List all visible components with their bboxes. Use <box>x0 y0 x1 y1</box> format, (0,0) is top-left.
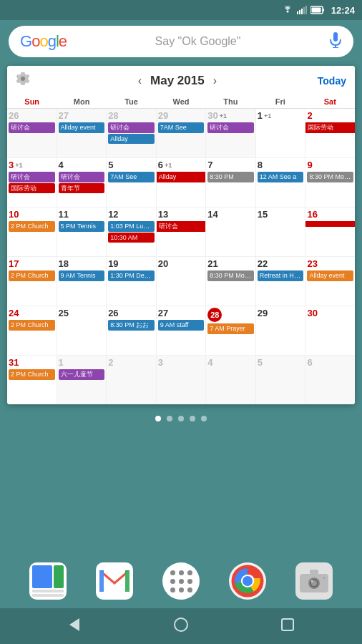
event[interactable]: Allday <box>157 172 206 182</box>
cal-cell-may21[interactable]: 21 8:30 PM Movie <box>206 257 255 306</box>
event[interactable]: 7 AM Prayer <box>207 323 254 334</box>
cal-cell-may20[interactable]: 20 <box>157 257 206 306</box>
cal-cell-may11[interactable]: 11 5 PM Tennis <box>57 208 107 256</box>
event[interactable]: 研讨会 <box>59 172 105 182</box>
event[interactable]: 8:30 PM Movie <box>207 270 254 281</box>
day-num: 5 <box>258 357 304 368</box>
cal-cell-may29[interactable]: 29 <box>256 306 305 355</box>
event[interactable]: 1:30 PM Dentist <box>108 270 155 281</box>
event[interactable]: 青年节 <box>59 183 105 194</box>
cal-cell-may28[interactable]: 28 7 AM Prayer <box>206 306 255 355</box>
event[interactable]: 8:30 PM おお <box>108 320 155 331</box>
day-num: 21 <box>207 258 254 269</box>
cal-cell-may26[interactable]: 26 8:30 PM おお <box>107 306 156 355</box>
event[interactable]: Retreat in Hawaii <box>258 270 304 281</box>
event[interactable]: 2 PM Church <box>9 369 55 380</box>
event[interactable]: 研讨会 <box>157 221 206 232</box>
day-header-mon: Mon <box>57 95 106 108</box>
next-month-btn[interactable]: › <box>213 74 217 87</box>
cal-cell-jun6[interactable]: 6 <box>305 356 355 404</box>
search-bar[interactable]: Google Say "Ok Google" <box>9 26 353 57</box>
event[interactable]: 8:30 PM Movie <box>307 172 353 182</box>
cal-cell-may31[interactable]: 31 2 PM Church <box>7 356 57 404</box>
calendar-widget: ‹ May 2015 › Today Sun Mon Tue Wed Thu F… <box>7 66 355 404</box>
event[interactable]: 研讨会 <box>9 172 55 182</box>
cal-cell-may10[interactable]: 10 2 PM Church <box>7 208 57 256</box>
cal-cell-jun4[interactable]: 4 <box>206 356 255 404</box>
cal-cell-may12[interactable]: 12 1:03 PM Lunch w/ 10:30 AM <box>107 208 156 256</box>
cal-cell-may24[interactable]: 24 2 PM Church <box>7 306 57 355</box>
cal-cell-may18[interactable]: 18 9 AM Tennis <box>57 257 107 306</box>
svg-rect-1 <box>299 10 300 14</box>
event[interactable]: 2 PM Church <box>9 320 55 331</box>
cal-cell-may9[interactable]: 9 8:30 PM Movie <box>305 158 355 207</box>
cal-cell-apr26[interactable]: 26 研讨会 <box>7 109 57 157</box>
event[interactable]: 12 AM See a <box>258 172 304 182</box>
news-app-icon[interactable] <box>28 561 68 601</box>
day-num: 22 <box>258 258 304 269</box>
recents-button[interactable] <box>280 617 295 636</box>
event[interactable]: 国际劳动 <box>9 183 55 194</box>
cal-cell-apr28[interactable]: 28 研讨会 Allday <box>107 109 156 157</box>
search-placeholder[interactable]: Say "Ok Google" <box>67 35 329 48</box>
cal-cell-may6[interactable]: 6 +1 Allday <box>157 158 206 207</box>
cal-cell-may30[interactable]: 30 <box>305 306 355 355</box>
event[interactable]: Allday event <box>59 122 105 133</box>
cal-cell-may1[interactable]: 1 +1 <box>256 109 305 157</box>
app-launcher-icon[interactable] <box>161 561 201 601</box>
cal-cell-apr27[interactable]: 27 Allday event <box>57 109 107 157</box>
cal-cell-may13[interactable]: 13 研讨会 <box>157 208 206 256</box>
cal-cell-apr29[interactable]: 29 7AM See <box>157 109 206 157</box>
event[interactable]: 8:30 PM <box>207 172 254 182</box>
cal-cell-may15[interactable]: 15 <box>256 208 305 256</box>
cal-cell-may7[interactable]: 7 8:30 PM <box>206 158 255 207</box>
cal-cell-may16[interactable]: 16 <box>305 208 355 256</box>
event[interactable]: 9 AM staff <box>158 320 205 331</box>
cal-cell-may3[interactable]: 3 +1 研讨会 国际劳动 <box>7 158 57 207</box>
cal-cell-may22[interactable]: 22 Retreat in Hawaii <box>256 257 305 306</box>
camera-app-icon[interactable] <box>294 561 334 601</box>
event[interactable]: 研讨会 <box>108 122 155 133</box>
cal-cell-jun5[interactable]: 5 <box>256 356 305 404</box>
cal-cell-may4[interactable]: 4 研讨会 青年节 <box>57 158 107 207</box>
day-num: 5 <box>108 160 155 170</box>
event[interactable]: 六一儿童节 <box>59 369 105 380</box>
mic-icon[interactable] <box>329 32 342 52</box>
cal-cell-may14[interactable]: 14 <box>206 208 255 256</box>
event[interactable]: 研讨会 <box>207 122 254 133</box>
prev-month-btn[interactable]: ‹ <box>138 74 142 87</box>
event[interactable]: 7AM See <box>158 122 205 133</box>
cal-cell-may8[interactable]: 8 12 AM See a <box>256 158 305 207</box>
cal-cell-may5[interactable]: 5 7AM See <box>107 158 156 207</box>
event[interactable]: 2 PM Church <box>9 221 55 232</box>
event[interactable]: 研讨会 <box>9 122 55 133</box>
chrome-app-icon[interactable] <box>228 561 268 601</box>
gmail-app-icon[interactable] <box>94 561 134 601</box>
event[interactable]: 国际劳动 <box>305 122 355 133</box>
cal-cell-may27[interactable]: 27 9 AM staff <box>157 306 206 355</box>
event[interactable]: 10:30 AM <box>108 233 155 243</box>
event[interactable]: Allday event <box>307 270 353 281</box>
today-button[interactable]: Today <box>318 75 346 87</box>
day-num: 31 <box>9 357 55 368</box>
back-button[interactable] <box>67 617 82 636</box>
home-button[interactable] <box>173 617 189 636</box>
svg-rect-2 <box>301 9 303 14</box>
cal-cell-may25[interactable]: 25 <box>57 306 107 355</box>
event[interactable]: 5 PM Tennis <box>59 221 105 232</box>
cal-cell-jun1[interactable]: 1 六一儿童节 <box>57 356 107 404</box>
event[interactable] <box>305 221 355 227</box>
event[interactable]: 7AM See <box>108 172 155 182</box>
event[interactable]: Allday <box>108 134 155 145</box>
cal-cell-jun3[interactable]: 3 <box>157 356 206 404</box>
cal-cell-may23[interactable]: 23 Allday event <box>305 257 355 306</box>
cal-cell-may17[interactable]: 17 2 PM Church <box>7 257 57 306</box>
cal-cell-jun2[interactable]: 2 <box>107 356 156 404</box>
cal-cell-apr30[interactable]: 30 +1 研讨会 <box>206 109 255 157</box>
settings-icon[interactable] <box>16 72 30 89</box>
event[interactable]: 1:03 PM Lunch w/ <box>108 221 155 232</box>
cal-cell-may19[interactable]: 19 1:30 PM Dentist <box>107 257 156 306</box>
event[interactable]: 2 PM Church <box>9 270 55 281</box>
cal-cell-may2[interactable]: 2 国际劳动 <box>305 109 355 157</box>
event[interactable]: 9 AM Tennis <box>59 270 105 281</box>
